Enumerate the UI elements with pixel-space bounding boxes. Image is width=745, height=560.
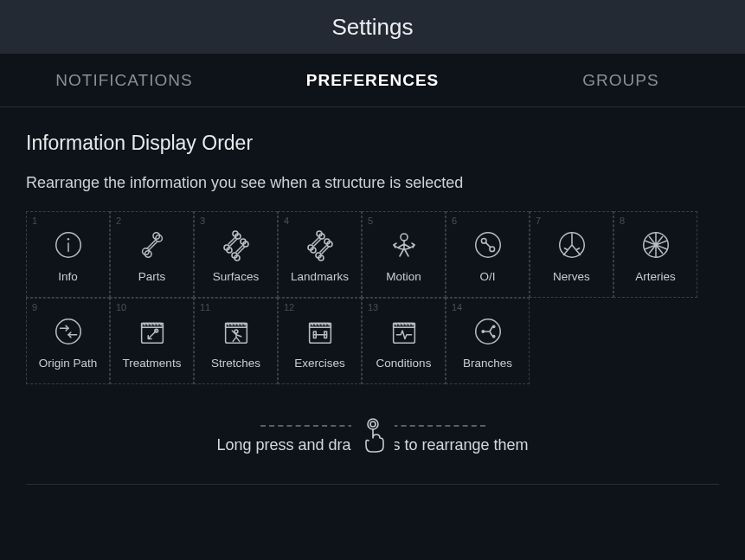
tile-number: 7 [536, 216, 541, 226]
tile-label: Origin Path [39, 357, 98, 370]
svg-point-33 [401, 234, 408, 241]
tile-label: Exercises [294, 357, 345, 370]
tile-number: 8 [620, 216, 625, 226]
tab-preferences[interactable]: PREFERENCES [248, 71, 497, 90]
tile-label: Arteries [635, 270, 676, 283]
bone-icon [134, 227, 170, 263]
tile-number: 14 [452, 302, 462, 312]
tile-number: 12 [284, 302, 294, 312]
tile-number: 9 [32, 302, 37, 312]
tile-label: Landmarks [291, 270, 349, 283]
tile-label: Motion [386, 270, 421, 283]
nerves-icon [554, 227, 590, 263]
info-icon [50, 227, 87, 263]
tile-label: Conditions [376, 357, 432, 370]
content: Information Display Order Rearrange the … [0, 107, 745, 454]
tile-label: Branches [463, 357, 512, 370]
svg-line-19 [238, 247, 245, 254]
conditions-icon [386, 313, 422, 350]
tile-arteries[interactable]: 8Arteries [613, 211, 697, 298]
tile-label: Info [58, 270, 78, 283]
tile-stretches[interactable]: 11Stretches [194, 298, 278, 384]
arteries-icon [638, 227, 674, 263]
tile-label: Surfaces [213, 270, 259, 283]
tile-number: 1 [32, 216, 37, 226]
touch-drag-icon [351, 413, 395, 456]
svg-point-61 [370, 422, 376, 427]
bottom-divider [26, 484, 719, 485]
tile-nerves[interactable]: 7Nerves [530, 211, 613, 298]
exercises-icon [302, 313, 338, 350]
origin-insertion-icon [470, 227, 506, 263]
page-title: Settings [332, 14, 414, 41]
svg-line-37 [485, 242, 491, 248]
tile-label: Treatments [123, 357, 182, 370]
tile-number: 5 [368, 216, 373, 226]
tile-number: 13 [368, 302, 378, 312]
tile-treatments[interactable]: 10Treatments [110, 298, 194, 384]
section-subtitle: Rearrange the information you see when a… [26, 174, 719, 192]
dashed-line [260, 424, 485, 426]
section-title: Information Display Order [26, 132, 719, 155]
tile-parts[interactable]: 2Parts [110, 211, 194, 298]
tile-number: 3 [200, 216, 205, 226]
tab-notifications[interactable]: NOTIFICATIONS [0, 71, 248, 90]
title-bar: Settings [0, 0, 745, 54]
svg-point-60 [368, 419, 378, 429]
treatments-icon [134, 313, 170, 350]
tile-number: 10 [116, 302, 126, 312]
stretches-icon [218, 313, 254, 350]
svg-line-20 [236, 245, 243, 252]
tile-label: Stretches [211, 357, 260, 370]
tile-number: 2 [116, 216, 121, 226]
branches-icon [470, 313, 506, 350]
svg-line-32 [320, 245, 327, 252]
tile-landmarks[interactable]: 4Landmarks [278, 211, 362, 298]
tile-motion[interactable]: 5Motion [362, 211, 446, 298]
svg-point-40 [55, 319, 80, 344]
tab-groups[interactable]: GROUPS [497, 71, 745, 90]
tile-number: 11 [200, 302, 210, 312]
tile-number: 4 [284, 216, 289, 226]
bones-icon [218, 227, 254, 263]
bones-icon [302, 227, 338, 263]
motion-icon [386, 227, 422, 263]
svg-line-14 [228, 237, 235, 244]
tile-exercises[interactable]: 12Exercises [278, 298, 362, 384]
tile-branches[interactable]: 14Branches [446, 298, 530, 384]
svg-line-26 [312, 237, 319, 244]
hint-block: Long press and drag icons to rearrange t… [26, 424, 719, 454]
tile-surfaces[interactable]: 3Surfaces [194, 211, 278, 298]
tab-bar: NOTIFICATIONS PREFERENCES GROUPS [0, 54, 745, 107]
tile-label: Parts [138, 270, 166, 283]
tile-o-i[interactable]: 6O/I [446, 211, 530, 298]
tile-label: Nerves [553, 270, 590, 283]
tile-conditions[interactable]: 13Conditions [362, 298, 446, 384]
svg-line-31 [322, 247, 329, 254]
tile-number: 6 [452, 216, 457, 226]
tile-info[interactable]: 1Info [26, 211, 110, 298]
tile-label: O/I [479, 270, 495, 283]
tile-origin-path[interactable]: 9Origin Path [26, 298, 110, 384]
svg-line-13 [230, 239, 237, 246]
svg-point-1 [67, 238, 68, 240]
origin-path-icon [50, 313, 87, 350]
tile-grid: 1Info2Parts3Surfaces4Landmarks5Motion6O/… [26, 211, 719, 384]
svg-line-25 [314, 239, 321, 246]
